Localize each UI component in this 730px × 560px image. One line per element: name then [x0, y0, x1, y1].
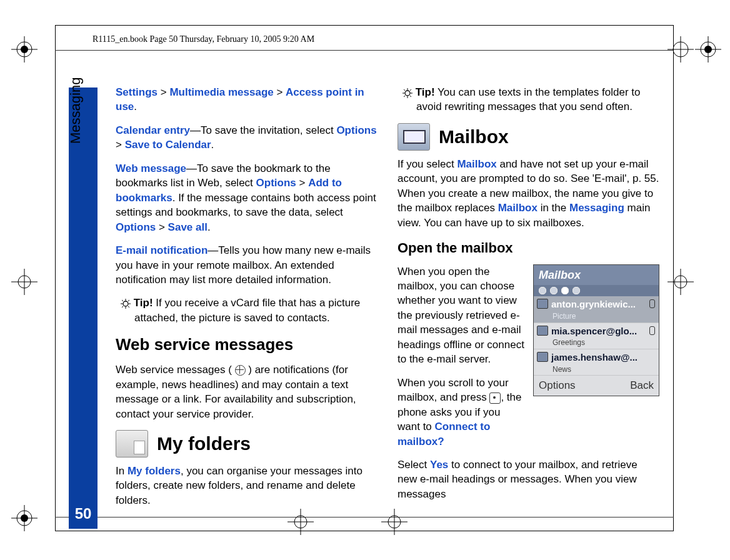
- ui-term: Yes: [430, 459, 448, 471]
- svg-line-8: [122, 306, 123, 308]
- tip-text: You can use texts in the templates folde…: [416, 86, 640, 112]
- tab-dot-icon: [539, 287, 546, 294]
- attachment-icon: [649, 326, 655, 335]
- svg-line-6: [128, 306, 129, 308]
- svg-line-5: [122, 300, 123, 301]
- heading-my-folders: My folders: [116, 430, 378, 458]
- web-message-para: Web message—To save the bookmark to the …: [116, 161, 378, 234]
- ui-term: Mailbox: [457, 158, 496, 170]
- ui-term: Web message: [116, 162, 186, 174]
- text: in the: [538, 202, 569, 214]
- svg-point-0: [123, 301, 128, 306]
- crop-mark-icon: [11, 269, 38, 295]
- text: Select: [398, 459, 430, 471]
- phone-screenshot: Mailbox anton.grynkiewic...Picturemia.sp…: [533, 264, 659, 396]
- attachment-icon: [649, 299, 655, 308]
- mail-sender: anton.grynkiewic...: [551, 298, 654, 311]
- crop-mark-icon: [11, 36, 38, 62]
- tab-dot-icon: [561, 287, 569, 294]
- phone-title: Mailbox: [534, 265, 659, 286]
- lightbulb-icon: [121, 299, 131, 309]
- open-mailbox-para: When you open the mailbox, you can choos…: [398, 264, 526, 367]
- phone-tab-strip: [534, 285, 659, 296]
- mailbox-list-item[interactable]: anton.grynkiewic...Picture: [534, 296, 659, 322]
- content-columns: Settings > Multimedia message > Access p…: [116, 85, 659, 516]
- crop-mark-icon: [695, 36, 721, 62]
- tip-vcard: Tip! If you receive a vCard file that ha…: [116, 296, 378, 325]
- mail-item-icon: [537, 326, 548, 336]
- tip-label: Tip!: [416, 86, 435, 98]
- web-service-para: Web service messages ( ) are notificatio…: [116, 362, 378, 421]
- calendar-entry-para: Calendar entry—To save the invitation, s…: [116, 123, 378, 152]
- crop-mark-icon: [668, 269, 694, 295]
- scroll-mailbox-para: When you scroll to your mailbox, and pre…: [398, 376, 526, 449]
- mail-item-icon: [537, 352, 548, 362]
- ui-term: Mailbox: [498, 202, 538, 214]
- ui-term: My folders: [128, 465, 181, 477]
- footer-rule: [55, 517, 674, 518]
- open-mailbox-wrap: When you open the mailbox, you can choos…: [398, 264, 526, 458]
- mail-subject: Picture: [551, 311, 654, 322]
- select-yes-para: Select Yes to connect to your mailbox, a…: [398, 458, 659, 501]
- svg-line-15: [410, 96, 411, 97]
- ui-term: Options: [336, 124, 376, 136]
- page-number: 50: [69, 505, 98, 522]
- left-column: Settings > Multimedia message > Access p…: [116, 85, 378, 516]
- text: Web service messages (: [116, 364, 235, 376]
- ui-term: Multimedia message: [169, 86, 273, 98]
- mailbox-intro-para: If you select Mailbox and have not set u…: [398, 157, 659, 230]
- my-folders-para: In My folders, you can organise your mes…: [116, 464, 378, 508]
- section-label: Messaging: [68, 78, 84, 144]
- mail-sender: james.henshaw@...: [551, 351, 654, 364]
- text: —To save the invitation, select: [190, 124, 336, 136]
- ui-term: Settings: [116, 86, 158, 98]
- phone-softkeys: Options Back: [534, 376, 659, 395]
- joystick-icon: [489, 392, 501, 404]
- right-column: Tip! You can use texts in the templates …: [398, 85, 659, 516]
- heading-web-service: Web service messages: [116, 334, 378, 356]
- softkey-left[interactable]: Options: [539, 378, 576, 392]
- heading-text: Mailbox: [439, 124, 509, 149]
- mail-sender: mia.spencer@glo...: [551, 325, 654, 338]
- email-notification-para: E-mail notification—Tells you how many n…: [116, 243, 378, 287]
- mailbox-icon: [398, 123, 430, 151]
- tab-dot-icon: [572, 287, 580, 294]
- mail-subject: News: [551, 364, 654, 375]
- mail-subject: Greetings: [551, 338, 654, 348]
- globe-icon: [235, 365, 246, 376]
- crop-mark-icon: [381, 509, 408, 535]
- tip-text: If you receive a vCard file that has a p…: [134, 297, 360, 323]
- ui-term: E-mail notification: [116, 244, 208, 256]
- ui-term: Save to Calendar: [125, 139, 211, 151]
- my-folders-icon: [116, 430, 148, 458]
- softkey-right[interactable]: Back: [630, 378, 654, 392]
- mailbox-list-item[interactable]: james.henshaw@...News: [534, 349, 659, 376]
- settings-path: Settings > Multimedia message > Access p…: [116, 85, 378, 114]
- tip-templates: Tip! You can use texts in the templates …: [398, 85, 659, 114]
- header-rule: [55, 50, 674, 51]
- heading-mailbox: Mailbox: [398, 123, 659, 151]
- crop-mark-icon: [668, 36, 694, 62]
- text: In: [116, 465, 128, 477]
- ui-term: Save all: [168, 221, 208, 233]
- lightbulb-icon: [402, 88, 412, 98]
- heading-open-mailbox: Open the mailbox: [398, 239, 659, 258]
- svg-line-16: [410, 89, 411, 91]
- mailbox-list-item[interactable]: mia.spencer@glo...Greetings: [534, 323, 659, 349]
- text: If you select: [398, 158, 457, 170]
- ui-term: Options: [256, 177, 296, 189]
- mail-item-icon: [537, 299, 548, 309]
- svg-point-9: [405, 91, 410, 96]
- ui-term: Options: [116, 221, 156, 233]
- svg-line-14: [404, 89, 405, 91]
- svg-line-17: [404, 96, 405, 97]
- ui-term: Messaging: [569, 202, 624, 214]
- tip-label: Tip!: [134, 297, 153, 309]
- svg-line-7: [128, 300, 129, 301]
- tab-dot-icon: [550, 287, 558, 294]
- crop-mark-icon: [288, 509, 314, 535]
- side-tab: [69, 88, 98, 529]
- ui-term: Calendar entry: [116, 124, 190, 136]
- heading-text: My folders: [157, 431, 251, 456]
- running-header: R1115_en.book Page 50 Thursday, February…: [92, 34, 314, 44]
